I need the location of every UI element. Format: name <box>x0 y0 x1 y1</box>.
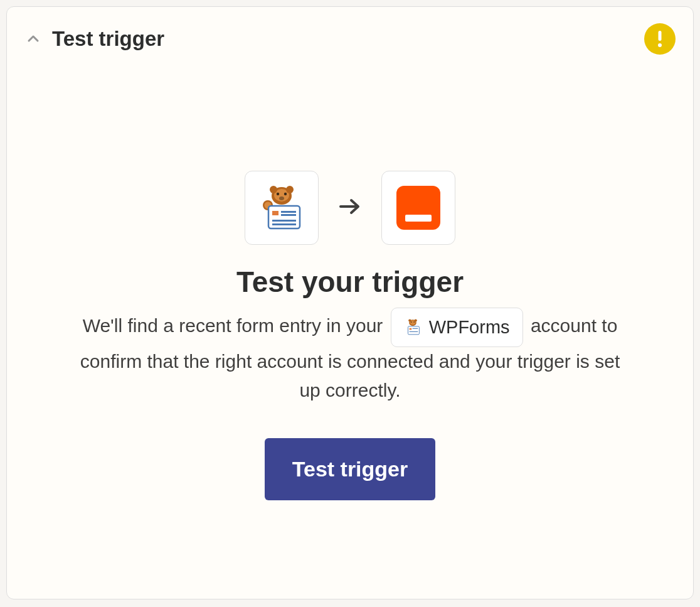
wpforms-icon <box>257 183 306 232</box>
svg-rect-0 <box>659 31 662 41</box>
warning-status-badge <box>644 23 676 55</box>
app-flow-icons <box>245 171 455 245</box>
svg-rect-18 <box>396 186 440 230</box>
test-trigger-panel: Test trigger <box>6 6 694 599</box>
exclamation-icon <box>657 30 663 48</box>
svg-rect-13 <box>281 211 296 213</box>
svg-rect-16 <box>272 223 296 225</box>
svg-point-1 <box>658 43 662 47</box>
app-chip-label: WPForms <box>429 313 510 341</box>
svg-point-7 <box>270 186 277 193</box>
arrow-right-icon <box>339 196 361 220</box>
app-chip: WPForms <box>391 308 523 347</box>
svg-rect-27 <box>409 328 411 330</box>
svg-point-22 <box>411 322 412 323</box>
panel-title: Test trigger <box>52 27 164 51</box>
svg-rect-19 <box>405 215 432 222</box>
svg-point-23 <box>413 322 415 323</box>
svg-rect-29 <box>409 331 418 332</box>
content-heading: Test your trigger <box>236 265 464 299</box>
wpforms-chip-icon <box>404 318 422 336</box>
collapse-toggle[interactable] <box>24 30 42 48</box>
svg-point-6 <box>279 196 284 200</box>
zapier-icon <box>396 186 440 230</box>
content-description: We'll find a recent form entry in your <box>77 308 623 406</box>
svg-point-4 <box>277 193 279 195</box>
panel-header: Test trigger <box>24 23 676 55</box>
svg-rect-14 <box>281 214 296 216</box>
svg-rect-12 <box>272 211 278 215</box>
target-app-box <box>381 171 455 245</box>
desc-text-1: We'll find a recent form entry in your <box>83 315 383 336</box>
chevron-up-icon <box>26 31 41 46</box>
svg-point-25 <box>414 320 416 322</box>
panel-content: Test your trigger We'll find a recent fo… <box>24 55 676 500</box>
header-left: Test trigger <box>24 27 164 51</box>
source-app-box <box>245 171 319 245</box>
svg-point-8 <box>286 186 294 193</box>
svg-point-24 <box>408 320 411 322</box>
svg-rect-26 <box>408 326 419 335</box>
svg-point-5 <box>284 193 287 195</box>
svg-rect-15 <box>272 220 296 222</box>
svg-rect-28 <box>412 328 418 329</box>
test-trigger-button[interactable]: Test trigger <box>265 438 436 500</box>
